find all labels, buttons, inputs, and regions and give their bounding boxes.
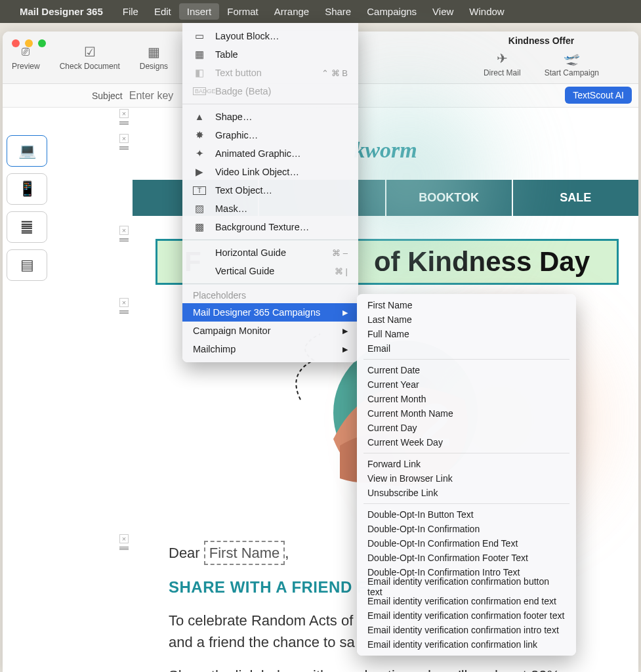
insert-bg-texture[interactable]: ▩Background Texture… bbox=[182, 218, 358, 236]
direct-mail-label: Direct Mail bbox=[484, 68, 521, 77]
device-sidebar: 💻 📱 ䷀ ▤ bbox=[7, 135, 47, 281]
preview-label: Preview bbox=[12, 62, 40, 71]
submenu-current-day[interactable]: Current Day bbox=[357, 421, 576, 435]
insert-md365-campaigns[interactable]: Mail Designer 365 Campaigns▶ bbox=[182, 303, 358, 322]
submenu-doi-footer-text[interactable]: Double-Opt-In Confirmation Footer Text bbox=[357, 551, 576, 565]
insert-campaign-monitor[interactable]: Campaign Monitor▶ bbox=[182, 322, 358, 340]
preview-button[interactable]: ⎚ Preview bbox=[12, 45, 40, 71]
first-name-placeholder[interactable]: First Name bbox=[204, 541, 285, 565]
menu-campaigns[interactable]: Campaigns bbox=[359, 3, 424, 20]
check-document-button[interactable]: ☑︎ Check Document bbox=[60, 45, 120, 71]
app-name[interactable]: Mail Designer 365 bbox=[20, 6, 103, 17]
submenu-current-date[interactable]: Current Date bbox=[357, 363, 576, 377]
textscout-ai-button[interactable]: TextScout AI bbox=[565, 87, 632, 104]
shortcut: ⌘ – bbox=[332, 248, 348, 258]
animated-icon: ✦ bbox=[193, 148, 206, 159]
paper-plane-icon: ✈︎ bbox=[493, 51, 510, 66]
texture-icon: ▩ bbox=[193, 222, 206, 232]
insert-animated-graphic[interactable]: ✦Animated Graphic… bbox=[182, 144, 358, 163]
submenu-unsubscribe-link[interactable]: Unsubscribe Link bbox=[357, 486, 576, 500]
submenu-forward-link[interactable]: Forward Link bbox=[357, 457, 576, 471]
submenu-view-in-browser[interactable]: View in Browser Link bbox=[357, 471, 576, 486]
close-block-icon[interactable]: × bbox=[119, 226, 129, 235]
insert-text-button: ◧Text button⌃ ⌘ B bbox=[182, 64, 358, 82]
graphic-icon: ✸ bbox=[193, 130, 206, 140]
submenu-doi-button-text[interactable]: Double-Opt-In Button Text bbox=[357, 507, 576, 522]
md365-submenu: First Name Last Name Full Name Email Cur… bbox=[357, 294, 576, 656]
insert-text-object[interactable]: TText Object… bbox=[182, 181, 358, 200]
check-icon: ☑︎ bbox=[81, 45, 98, 59]
nav-cell-booktok[interactable]: BOOKTOK bbox=[386, 180, 513, 216]
insert-table[interactable]: ▦Table bbox=[182, 45, 358, 64]
close-block-icon[interactable]: × bbox=[119, 109, 129, 118]
submenu-eiv-footer-text[interactable]: Email identity verification confirmation… bbox=[357, 608, 576, 623]
submenu-current-year[interactable]: Current Year bbox=[357, 377, 576, 392]
kindness-offer-title: Kindness Offer bbox=[508, 35, 574, 46]
menu-share[interactable]: Share bbox=[317, 3, 359, 20]
text-page-icon: ䷀ bbox=[20, 219, 33, 236]
submenu-first-name[interactable]: First Name bbox=[357, 298, 576, 312]
greeting-pre: Dear bbox=[169, 545, 204, 561]
chevron-right-icon: ▶ bbox=[342, 308, 348, 317]
submenu-doi-end-text[interactable]: Double-Opt-In Confirmation End Text bbox=[357, 536, 576, 551]
phone-icon: 📱 bbox=[18, 180, 36, 198]
submenu-current-month-name[interactable]: Current Month Name bbox=[357, 406, 576, 421]
close-block-icon[interactable]: × bbox=[119, 534, 129, 543]
shortcut: ⌘ | bbox=[335, 266, 348, 276]
start-campaign-label: Start Campaign bbox=[545, 68, 599, 77]
device-layout-button[interactable]: ▤ bbox=[7, 249, 47, 281]
check-label: Check Document bbox=[60, 62, 120, 71]
drag-handle-icon[interactable] bbox=[119, 545, 129, 551]
submenu-eiv-link[interactable]: Email identity verification confirmation… bbox=[357, 637, 576, 652]
device-mobile-button[interactable]: 📱 bbox=[7, 173, 47, 205]
submenu-full-name[interactable]: Full Name bbox=[357, 327, 576, 341]
close-window-button[interactable] bbox=[12, 39, 20, 47]
submenu-eiv-intro-text[interactable]: Email identity verification confirmation… bbox=[357, 623, 576, 637]
insert-mask[interactable]: ▨Mask… bbox=[182, 200, 358, 218]
insert-horizontal-guide[interactable]: Horizontal Guide⌘ – bbox=[182, 243, 358, 262]
device-text-button[interactable]: ䷀ bbox=[7, 211, 47, 243]
drag-handle-icon[interactable] bbox=[119, 236, 129, 243]
start-campaign-button[interactable]: 🛫 Start Campaign bbox=[545, 51, 599, 77]
menu-window[interactable]: Window bbox=[461, 3, 512, 20]
designs-button[interactable]: ▦ Designs bbox=[140, 45, 168, 71]
direct-mail-button[interactable]: ✈︎ Direct Mail bbox=[484, 51, 521, 77]
insert-layout-block[interactable]: ▭Layout Block… bbox=[182, 27, 358, 45]
insert-video-link[interactable]: ▶Video Link Object… bbox=[182, 163, 358, 181]
menu-edit[interactable]: Edit bbox=[146, 3, 179, 20]
layout-icon: ▤ bbox=[20, 257, 34, 274]
insert-graphic[interactable]: ✸Graphic… bbox=[182, 126, 358, 144]
menu-arrange[interactable]: Arrange bbox=[266, 3, 317, 20]
submenu-current-month[interactable]: Current Month bbox=[357, 392, 576, 406]
insert-shape[interactable]: ▲Shape… bbox=[182, 108, 358, 126]
fullscreen-window-button[interactable] bbox=[38, 39, 46, 47]
submenu-current-week-day[interactable]: Current Week Day bbox=[357, 435, 576, 450]
submenu-email[interactable]: Email bbox=[357, 341, 576, 356]
designs-label: Designs bbox=[140, 62, 168, 71]
close-block-icon[interactable]: × bbox=[119, 298, 129, 307]
insert-mailchimp[interactable]: Mailchimp▶ bbox=[182, 340, 358, 358]
menu-file[interactable]: File bbox=[115, 3, 146, 20]
text-button-icon: ◧ bbox=[193, 68, 206, 78]
submenu-doi-confirmation[interactable]: Double-Opt-In Confirmation bbox=[357, 522, 576, 536]
submenu-eiv-button-text[interactable]: Email identity verification confirmation… bbox=[357, 579, 576, 594]
drag-handle-icon[interactable] bbox=[119, 308, 129, 315]
menu-format[interactable]: Format bbox=[219, 3, 266, 20]
menubar: Mail Designer 365 File Edit Insert Forma… bbox=[0, 0, 641, 23]
insert-vertical-guide[interactable]: Vertical Guide⌘ | bbox=[182, 262, 358, 280]
close-block-icon[interactable]: × bbox=[119, 134, 129, 143]
submenu-eiv-end-text[interactable]: Email identity verification confirmation… bbox=[357, 594, 576, 608]
drag-handle-icon[interactable] bbox=[119, 119, 129, 126]
menu-insert[interactable]: Insert bbox=[179, 3, 220, 20]
drag-handle-icon[interactable] bbox=[119, 144, 129, 151]
submenu-last-name[interactable]: Last Name bbox=[357, 312, 576, 327]
minimize-window-button[interactable] bbox=[25, 39, 33, 47]
badge-icon: BADGE bbox=[193, 87, 206, 95]
traffic-lights bbox=[12, 39, 46, 47]
device-desktop-button[interactable]: 💻 bbox=[7, 135, 47, 167]
placeholders-header: Placeholders bbox=[182, 287, 358, 303]
text-object-icon: T bbox=[193, 186, 206, 195]
nav-cell-sale[interactable]: SALE bbox=[513, 180, 638, 216]
menu-view[interactable]: View bbox=[424, 3, 461, 20]
plane-takeoff-icon: 🛫 bbox=[563, 51, 580, 66]
